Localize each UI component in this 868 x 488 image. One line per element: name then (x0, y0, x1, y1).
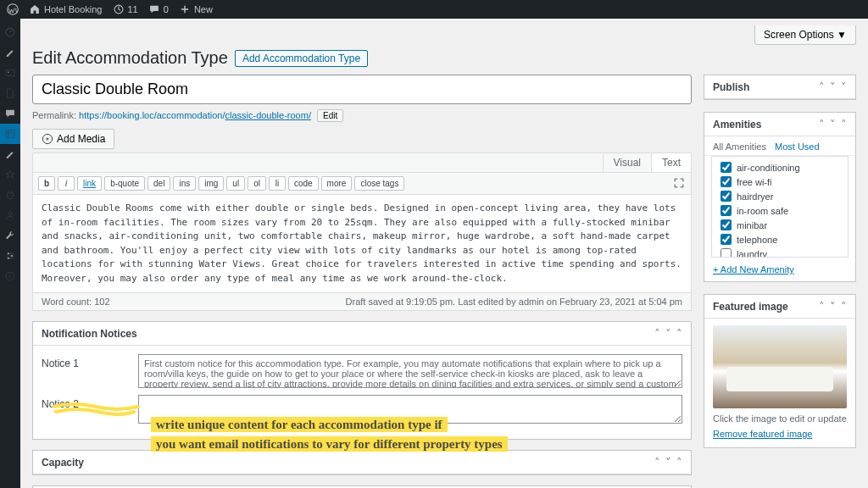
amenity-item[interactable]: telephone (721, 232, 839, 247)
amenity-item[interactable]: laundry (721, 247, 839, 258)
permalink-edit-button[interactable]: Edit (317, 109, 343, 122)
updates-count: 11 (128, 4, 138, 14)
panel-down-icon[interactable]: ˅ (665, 327, 671, 340)
sidebar-plugins[interactable] (0, 185, 20, 205)
ed-more[interactable]: more (321, 176, 353, 191)
ed-img[interactable]: img (198, 176, 224, 191)
permalink-label: Permalink: (32, 110, 76, 120)
amenity-item[interactable]: free wi-fi (721, 175, 839, 189)
sidebar-comments[interactable] (0, 103, 20, 124)
sidebar-tools[interactable] (0, 225, 20, 246)
screen-options-button[interactable]: Screen Options ▼ (754, 25, 856, 45)
panel-toggle-icon[interactable]: ˄ (841, 300, 847, 313)
sidebar-settings[interactable] (0, 246, 20, 266)
ed-close[interactable]: close tags (354, 176, 404, 191)
sidebar-media[interactable] (0, 63, 20, 83)
sidebar-bookings[interactable] (0, 144, 20, 164)
amenity-item[interactable]: air-conditioning (721, 160, 839, 175)
permalink-link[interactable]: https://booking.loc/accommodation/classi… (79, 110, 311, 120)
amenity-checkbox[interactable] (721, 219, 732, 230)
ed-code[interactable]: code (288, 176, 319, 191)
panel-toggle-icon[interactable]: ˄ (676, 456, 682, 469)
notice2-textarea[interactable] (138, 395, 682, 424)
add-amenity-link[interactable]: + Add New Amenity (704, 264, 855, 281)
notice1-label: Notice 1 (42, 354, 126, 369)
remove-featured-link[interactable]: Remove featured image (704, 429, 855, 447)
amenity-item[interactable]: hairdryer (721, 189, 839, 203)
sidebar-accommodation[interactable] (0, 124, 20, 144)
ed-link[interactable]: link (77, 176, 102, 191)
featured-image[interactable] (713, 325, 847, 408)
sidebar-appearance[interactable] (0, 164, 20, 185)
fullscreen-icon[interactable] (672, 176, 686, 192)
editor-textarea[interactable]: Classic Double Rooms come with either do… (33, 195, 691, 292)
svg-point-7 (11, 255, 13, 257)
notice2-label: Notice 2 (42, 395, 126, 410)
amenity-checkbox[interactable] (721, 234, 732, 245)
ed-bold[interactable]: b (38, 176, 55, 191)
ed-ol[interactable]: ol (248, 176, 266, 191)
notices-title: Notification Notices (42, 328, 137, 340)
svg-rect-4 (6, 130, 14, 137)
panel-up-icon[interactable]: ˄ (654, 327, 660, 340)
amenity-label: in-room safe (737, 206, 788, 216)
ed-del[interactable]: del (147, 176, 170, 191)
comments-count: 0 (164, 4, 169, 14)
panel-toggle-icon[interactable]: ˄ (841, 118, 847, 130)
amenity-checkbox[interactable] (721, 162, 732, 173)
amenity-checkbox[interactable] (721, 205, 732, 216)
amenity-checkbox[interactable] (721, 248, 732, 258)
new-content[interactable]: New (179, 3, 213, 15)
wp-logo[interactable] (7, 3, 19, 15)
add-accommodation-button[interactable]: Add Accommodation Type (235, 50, 368, 67)
panel-toggle-icon[interactable]: ˄ (676, 327, 682, 340)
amenity-checkbox[interactable] (721, 191, 732, 202)
amenity-label: laundry (737, 249, 767, 258)
svg-point-8 (8, 258, 9, 259)
ed-li[interactable]: li (269, 176, 286, 191)
panel-down-icon[interactable]: ˅ (830, 80, 836, 93)
ed-quote[interactable]: b-quote (104, 176, 145, 191)
updates[interactable]: 11 (113, 3, 138, 15)
amenity-checkbox[interactable] (721, 176, 732, 187)
panel-up-icon[interactable]: ˄ (819, 300, 825, 313)
tab-all-amenities[interactable]: All Amenities (713, 141, 766, 152)
amenity-item[interactable]: in-room safe (721, 203, 839, 218)
tab-text[interactable]: Text (651, 153, 691, 172)
amenity-item[interactable]: minibar (721, 218, 839, 232)
sidebar-dashboard[interactable] (0, 22, 20, 42)
panel-down-icon[interactable]: ˅ (665, 456, 671, 469)
tab-most-used[interactable]: Most Used (775, 141, 820, 152)
svg-rect-2 (6, 70, 14, 76)
svg-point-9 (6, 272, 14, 280)
panel-toggle-icon[interactable]: ˅ (841, 80, 847, 93)
sidebar-collapse[interactable] (0, 266, 20, 286)
draft-status: Draft saved at 9:19:05 pm. Last edited b… (346, 297, 682, 307)
panel-down-icon[interactable]: ˅ (830, 118, 836, 130)
capacity-title: Capacity (42, 457, 84, 469)
notice1-textarea[interactable] (138, 354, 682, 388)
panel-up-icon[interactable]: ˄ (819, 80, 825, 93)
sidebar-posts[interactable] (0, 42, 20, 63)
site-home[interactable]: Hotel Booking (29, 3, 103, 15)
ed-ins[interactable]: ins (173, 176, 196, 191)
comments[interactable]: 0 (148, 3, 169, 15)
panel-up-icon[interactable]: ˄ (654, 456, 660, 469)
permalink-row: Permalink: https://booking.loc/accommoda… (32, 104, 692, 129)
amenity-label: hairdryer (737, 191, 773, 202)
sidebar-pages[interactable] (0, 83, 20, 103)
sidebar-users[interactable] (0, 205, 20, 225)
title-input[interactable] (32, 75, 692, 104)
panel-down-icon[interactable]: ˅ (830, 300, 836, 313)
featured-caption: Click the image to edit or update (704, 413, 855, 429)
ed-italic[interactable]: i (58, 176, 75, 191)
featured-title: Featured image (713, 301, 788, 313)
amenities-title: Amenities (713, 119, 761, 130)
tab-visual[interactable]: Visual (603, 153, 651, 172)
page-title: Edit Accommodation Type (32, 48, 228, 68)
site-name: Hotel Booking (44, 4, 103, 14)
panel-up-icon[interactable]: ˄ (819, 118, 825, 130)
amenity-label: telephone (737, 235, 777, 245)
add-media-button[interactable]: Add Media (32, 129, 114, 149)
ed-ul[interactable]: ul (226, 176, 245, 191)
